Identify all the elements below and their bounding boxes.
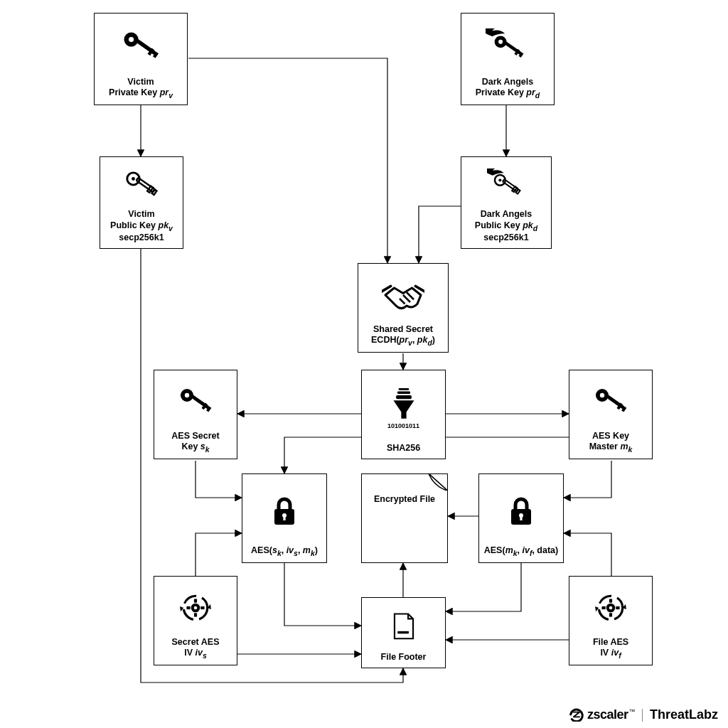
label: AES Secret Key sk bbox=[154, 429, 237, 459]
label: Shared Secret ECDH(prv, pkd) bbox=[358, 323, 448, 352]
node-sha256: 101001011 SHA256 bbox=[361, 370, 446, 459]
dogear-icon bbox=[361, 473, 448, 491]
label: AES Key Master mk bbox=[569, 429, 652, 459]
label: AES(sk, ivs, mk) bbox=[242, 544, 326, 562]
node-darkangels-public-key: Dark Angels Public Key pkd secp256k1 bbox=[461, 156, 552, 249]
zscaler-logo: zscaler™ bbox=[569, 707, 635, 722]
node-secret-aes-iv: Secret AES IV ivs bbox=[154, 576, 237, 665]
winged-key-outline-icon bbox=[487, 168, 525, 200]
node-file-aes-iv: File AES IV ivf bbox=[569, 576, 653, 665]
zscaler-mark-icon bbox=[569, 707, 584, 722]
node-file-footer: File Footer bbox=[361, 597, 446, 668]
label: Dark Angels Public Key pkd secp256k1 bbox=[461, 208, 551, 248]
node-victim-public-key: Victim Public Key pkv secp256k1 bbox=[100, 156, 183, 249]
key-icon bbox=[121, 29, 161, 64]
gear-cycle-icon bbox=[594, 592, 627, 624]
diagram-canvas: Victim Private Key prv Dark Angels Priva… bbox=[0, 0, 728, 728]
label: AES(mk, ivf, data) bbox=[479, 544, 563, 562]
label: Secret AES IV ivs bbox=[154, 636, 237, 665]
label: Victim Private Key prv bbox=[95, 75, 187, 105]
key-icon bbox=[178, 386, 213, 417]
label: Dark Angels Private Key prd bbox=[461, 75, 554, 105]
label: File AES IV ivf bbox=[569, 636, 652, 665]
lock-icon bbox=[270, 496, 299, 526]
document-icon bbox=[390, 611, 418, 641]
node-darkangels-private-key: Dark Angels Private Key prd bbox=[461, 13, 555, 105]
node-aes-key-master: AES Key Master mk bbox=[569, 370, 653, 459]
node-aes-wrap: AES(sk, ivs, mk) bbox=[242, 473, 327, 563]
winged-key-icon bbox=[486, 28, 530, 65]
label: Victim Public Key pkv secp256k1 bbox=[100, 208, 183, 248]
node-encrypted-file: Encrypted File bbox=[361, 473, 448, 563]
bits-label: 101001011 bbox=[387, 422, 419, 429]
gear-cycle-icon bbox=[179, 592, 212, 624]
footer-logo: zscaler™ ThreatLabz bbox=[569, 707, 718, 722]
lock-icon bbox=[507, 496, 535, 526]
node-shared-secret: Shared Secret ECDH(prv, pkd) bbox=[358, 263, 449, 353]
separator bbox=[642, 709, 643, 722]
label: SHA256 bbox=[362, 441, 445, 459]
node-aes-secret-key: AES Secret Key sk bbox=[154, 370, 237, 459]
key-icon bbox=[593, 386, 628, 417]
node-victim-private-key: Victim Private Key prv bbox=[94, 13, 188, 105]
label: File Footer bbox=[362, 651, 445, 668]
node-aes-encrypt-data: AES(mk, ivf, data) bbox=[478, 473, 564, 563]
funnel-icon bbox=[390, 387, 418, 421]
key-outline-icon bbox=[124, 170, 159, 200]
handshake-icon bbox=[382, 277, 424, 313]
threatlabz-logo: ThreatLabz bbox=[650, 707, 718, 722]
